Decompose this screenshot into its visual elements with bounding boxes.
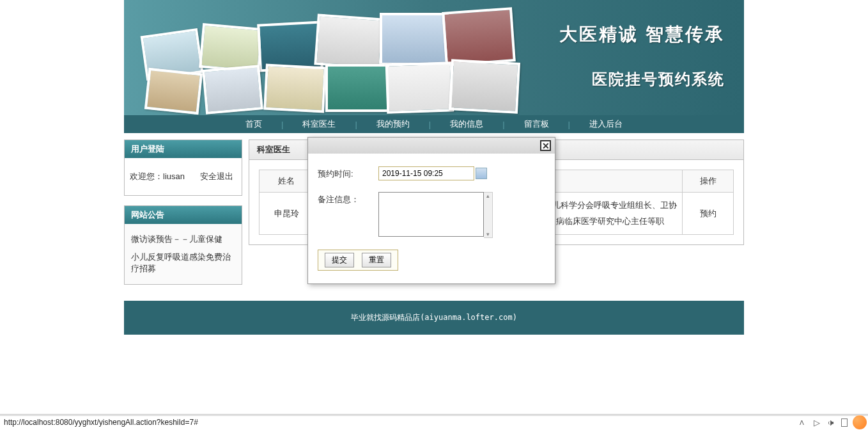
volume-icon[interactable]: 🕩	[826, 418, 836, 427]
banner-images	[137, 6, 482, 112]
appointment-link[interactable]: 预约	[700, 209, 717, 218]
tray-icon[interactable]: ▷	[812, 418, 821, 427]
th-action: 操作	[683, 170, 734, 193]
time-input[interactable]	[378, 166, 474, 180]
status-bar: http://localhost:8080/yyghxt/yishengAll.…	[0, 415, 868, 430]
username-label: liusan	[163, 171, 185, 181]
remark-label: 备注信息：	[318, 192, 378, 205]
reset-button[interactable]: 重置	[362, 253, 391, 267]
footer: 毕业就找源码精品店(aiyuanma.lofter.com)	[124, 301, 744, 335]
appointment-modal: ✕ 预约时间: 备注信息： ▴▾ 提交 重置	[307, 137, 555, 284]
submit-button[interactable]: 提交	[325, 253, 354, 267]
tray-expand-icon[interactable]: ᐱ	[797, 418, 807, 427]
cell-name: 申昆玲	[260, 193, 314, 235]
nav-message[interactable]: 留言板	[505, 118, 568, 130]
tray-notification-icon[interactable]	[853, 415, 867, 429]
calendar-icon[interactable]	[476, 168, 487, 179]
login-panel: 用户登陆 欢迎您：liusan 安全退出	[124, 139, 242, 196]
close-button[interactable]: ✕	[540, 140, 551, 151]
tray-icon[interactable]	[841, 418, 848, 427]
time-label: 预约时间:	[318, 166, 378, 180]
modal-titlebar: ✕	[308, 138, 555, 154]
nav-my-appointment[interactable]: 我的预约	[357, 118, 429, 130]
banner-title-2: 医院挂号预约系统	[559, 69, 725, 90]
navbar: 首页 | 科室医生 | 我的预约 | 我的信息 | 留言板 | 进入后台	[124, 115, 744, 133]
status-url: http://localhost:8080/yyghxt/yishengAll.…	[4, 418, 198, 427]
notice-item[interactable]: 微访谈预告－－儿童保健	[131, 230, 235, 248]
remark-input[interactable]	[378, 192, 484, 237]
nav-doctors[interactable]: 科室医生	[283, 118, 355, 130]
banner-title-1: 大医精诚 智慧传承	[559, 22, 725, 47]
login-panel-title: 用户登陆	[125, 140, 242, 158]
scrollbar[interactable]: ▴▾	[484, 192, 493, 238]
nav-home[interactable]: 首页	[226, 118, 281, 130]
notice-panel: 网站公告 微访谈预告－－儿童保健 小儿反复呼吸道感染免费治疗招募	[124, 205, 242, 285]
close-icon: ✕	[542, 141, 550, 151]
notice-item[interactable]: 小儿反复呼吸道感染免费治疗招募	[131, 248, 235, 278]
nav-my-info[interactable]: 我的信息	[431, 118, 502, 130]
logout-link[interactable]: 安全退出	[200, 171, 233, 181]
welcome-label: 欢迎您：	[130, 171, 163, 181]
banner: 大医精诚 智慧传承 医院挂号预约系统	[124, 0, 744, 115]
nav-admin[interactable]: 进入后台	[570, 118, 642, 130]
notice-panel-title: 网站公告	[125, 206, 242, 224]
th-name: 姓名	[260, 170, 314, 193]
footer-text: 毕业就找源码精品店(aiyuanma.lofter.com)	[351, 313, 517, 322]
system-tray: ᐱ ▷ 🕩	[797, 415, 867, 429]
